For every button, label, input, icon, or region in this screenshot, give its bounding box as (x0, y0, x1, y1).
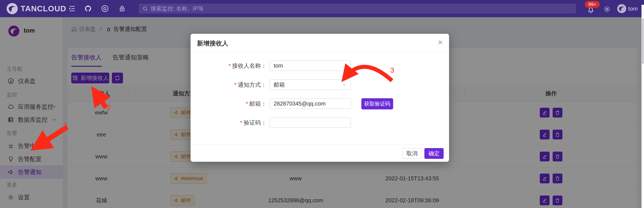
topbar-username[interactable]: tom (628, 0, 638, 17)
cancel-button[interactable]: 取消 (402, 148, 422, 159)
email-input[interactable] (270, 98, 351, 109)
get-verify-code-button[interactable]: 获取验证码 (361, 98, 393, 109)
tancloud-logo-icon[interactable] (6, 2, 18, 15)
confirm-button[interactable]: 确定 (424, 148, 444, 159)
modal-footer-divider (190, 144, 449, 145)
field-label-receiver-name: *接收人名称： (190, 60, 266, 71)
notify-method-select[interactable]: 邮箱 (270, 79, 351, 90)
notification-count-badge: 99+ (585, 1, 600, 8)
add-receiver-modal: 新增接收人 ✕ *接收人名称： *通知方式： 邮箱 *邮箱： 获取验证码 *验证… (190, 34, 449, 162)
required-asterisk: * (234, 82, 236, 88)
field-label-notify-method: *通知方式： (190, 79, 266, 90)
menu-fold-icon[interactable] (68, 5, 76, 12)
required-asterisk: * (240, 119, 242, 126)
top-navbar: TANCLOUD G (0, 0, 644, 17)
verify-code-input[interactable] (270, 117, 351, 128)
notify-method-value: 邮箱 (274, 81, 285, 89)
modal-header-divider (190, 52, 449, 53)
svg-text:G: G (103, 6, 106, 11)
close-icon[interactable]: ✕ (438, 39, 443, 46)
brand-title: TANCLOUD (20, 0, 66, 17)
modal-title: 新增接收人 (197, 39, 228, 48)
search-icon (142, 6, 148, 11)
search-input[interactable] (150, 5, 573, 12)
gitee-icon[interactable]: G (101, 5, 109, 12)
user-avatar[interactable] (617, 4, 626, 13)
lock-icon[interactable] (118, 5, 126, 12)
chevron-down-icon (342, 82, 347, 87)
app-window: TANCLOUD G (0, 0, 644, 208)
receiver-name-input[interactable] (270, 60, 351, 71)
required-asterisk: * (246, 100, 248, 107)
field-label-email: *邮箱： (190, 98, 266, 109)
github-icon[interactable] (84, 5, 92, 12)
scrollbar-thumb[interactable] (642, 18, 644, 64)
required-asterisk: * (228, 62, 231, 69)
settings-gear-icon[interactable] (603, 5, 611, 13)
global-search[interactable] (139, 4, 576, 13)
vertical-scrollbar[interactable] (642, 5, 644, 208)
field-label-verify-code: *验证码： (190, 117, 266, 128)
